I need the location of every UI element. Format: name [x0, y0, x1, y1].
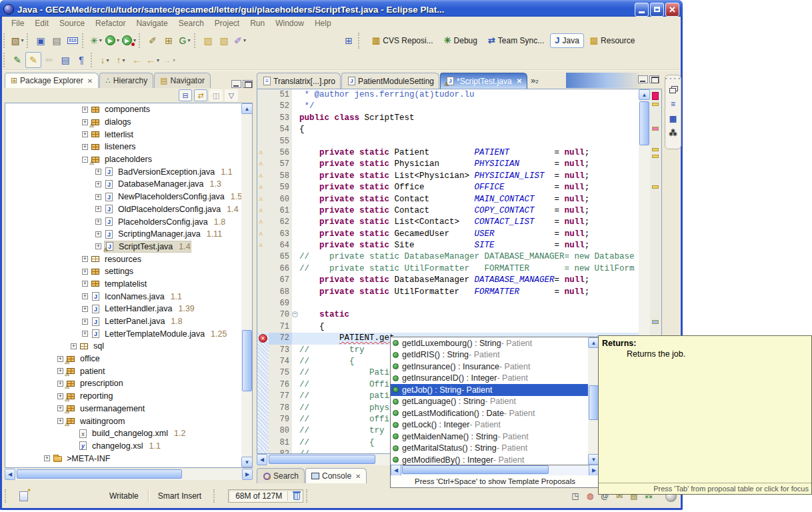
editor-tab-scripttest[interactable]: J⚠*ScriptTest.java✕	[440, 73, 527, 89]
expand-icon[interactable]: +	[95, 169, 101, 175]
tree-item-letterpanel-java[interactable]: +JLetterPanel.java1.8	[5, 315, 252, 328]
menu-window[interactable]: Window	[270, 17, 309, 29]
expand-icon[interactable]: +	[57, 356, 63, 362]
menu-search[interactable]: Search	[173, 17, 209, 29]
tree-item-lettertemplatemodule-java[interactable]: +JLetterTemplateModule.java1.25	[5, 327, 252, 340]
editor-tab-patientmodulesetting[interactable]: JPatientModuleSetting	[341, 73, 439, 89]
tree-item-oldplaceholdersconfig-java[interactable]: +JOldPlaceholdersConfig.java1.4	[5, 203, 252, 216]
expand-icon[interactable]: +	[82, 281, 88, 287]
maximize-button[interactable]	[650, 3, 664, 17]
tree-item-letterhandler-java[interactable]: +JLetterHandler.java1.39	[5, 303, 252, 315]
menu-refactor[interactable]: Refactor	[90, 17, 131, 29]
open-perspective-button[interactable]: ⊞	[341, 33, 357, 49]
open-resource-button[interactable]: ▧	[216, 33, 232, 49]
tree-item-build-changelog-xml[interactable]: xbuild_changelog.xml1.2	[5, 427, 252, 440]
menu-source[interactable]: Source	[54, 17, 90, 29]
back-button[interactable]: ←▾	[145, 52, 161, 68]
expand-icon[interactable]: +	[82, 306, 88, 312]
tree-item-placeholdersconfig-java[interactable]: +JPlaceholdersConfig.java1.8	[5, 215, 252, 228]
generate-button[interactable]: G▾	[177, 33, 193, 49]
expand-icon[interactable]: +	[57, 381, 63, 387]
expand-icon[interactable]: +	[82, 256, 88, 262]
warning-gutter-icon[interactable]: ⚠	[259, 195, 263, 203]
scroll-thumb[interactable]	[17, 469, 182, 479]
show-source-button[interactable]: ▤	[57, 52, 73, 68]
tree-item-databasemanager-java[interactable]: +JDatabaseManager.java1.3	[5, 178, 252, 191]
tree-item-components[interactable]: +components	[5, 103, 252, 116]
scroll-left-button[interactable]: ◀	[257, 454, 267, 465]
proposal-getMaritalStatus[interactable]: getMaritalStatus() : String - Patient	[391, 443, 599, 455]
warning-gutter-icon[interactable]: ⚠	[259, 218, 263, 226]
close-tab-icon[interactable]: ✕	[87, 77, 93, 85]
expand-icon[interactable]: +	[82, 107, 88, 113]
package-explorer-tree[interactable]: +components+⚠dialogs+letterlist+listener…	[5, 103, 253, 468]
view-filters-button[interactable]: ◫	[209, 89, 223, 101]
expand-icon[interactable]: +	[57, 418, 63, 424]
problem-badge-icon[interactable]: ◍	[584, 490, 596, 502]
tree-item-usermanagement[interactable]: +⚠usermanagement	[5, 403, 252, 415]
menu-run[interactable]: Run	[245, 17, 270, 29]
scroll-thumb[interactable]	[402, 465, 549, 474]
tab-package-explorer[interactable]: ⊞Package Explorer✕	[5, 73, 99, 88]
tree-item-resources[interactable]: +resources	[5, 253, 252, 265]
drag-handle[interactable]: ▪ ▪ ▪ ▪	[665, 77, 681, 81]
tree-item-reporting[interactable]: +⚠reporting	[5, 390, 252, 403]
menu-edit[interactable]: Edit	[29, 17, 54, 29]
more-tabs-chevron[interactable]: »2	[528, 75, 541, 85]
tree-item-listeners[interactable]: +listeners	[5, 141, 252, 153]
proposal-getLanguage[interactable]: getLanguage() : String - Patient	[391, 396, 599, 408]
minimize-button[interactable]	[635, 3, 649, 17]
warning-mark[interactable]	[652, 103, 659, 106]
scroll-left-button[interactable]: ◀	[5, 469, 15, 480]
tree-item-iconnames-java[interactable]: +JIconNames.java1.1	[5, 290, 252, 303]
minimize-view-button[interactable]	[638, 75, 648, 83]
scroll-up-button[interactable]: ▲	[639, 89, 650, 100]
maximize-view-button[interactable]	[243, 80, 253, 88]
tree-item-prescription[interactable]: +⚠prescription	[5, 377, 252, 390]
tree-item-scripttest-java[interactable]: +J⚠ScriptTest.java1.4	[5, 241, 252, 253]
warning-gutter-icon[interactable]: ⚠	[259, 241, 263, 249]
expand-icon[interactable]: +	[82, 144, 88, 150]
proposal-getIdRIS[interactable]: getIdRIS() : String - Patient	[391, 349, 599, 361]
link-with-editor-button[interactable]: ⇄	[194, 89, 207, 101]
run-button[interactable]: ▶▾	[104, 33, 121, 49]
debug-button[interactable]: ✳▾	[88, 33, 104, 49]
binary-console-button[interactable]: 010	[65, 33, 81, 49]
expand-icon[interactable]: +	[95, 206, 101, 212]
warning-gutter-icon[interactable]: ⚠	[259, 230, 263, 238]
fast-view-pin-icon[interactable]	[19, 491, 28, 501]
menu-project[interactable]: Project	[209, 17, 245, 29]
tree-item-waitingroom[interactable]: +⚠waitingroom	[5, 415, 252, 427]
open-type-button[interactable]: ▨	[200, 33, 216, 49]
restore-view-icon[interactable]	[667, 83, 679, 95]
tree-item-patient[interactable]: +⚠patient	[5, 365, 252, 377]
view-menu-button[interactable]: ▽	[225, 89, 238, 101]
next-annotation-button[interactable]: ↓▾	[97, 52, 113, 68]
expand-icon[interactable]: +	[57, 405, 63, 411]
search-toolbar-button[interactable]: ✐▾	[232, 33, 248, 49]
restore-tray-icon[interactable]: ◳	[569, 490, 581, 502]
perspective-cvs[interactable]: ▥CVS Reposi...	[367, 33, 438, 48]
new-package-button[interactable]: ⊞	[161, 33, 177, 49]
tab-navigator[interactable]: ▤Navigator	[154, 73, 211, 88]
save-button[interactable]: ▣	[33, 33, 49, 49]
tree-item-placeholders[interactable]: -⚠placeholders	[5, 153, 252, 166]
tree-item-office[interactable]: +⚠office	[5, 353, 252, 365]
templates-view-icon[interactable]: ▦	[667, 113, 679, 125]
expand-icon[interactable]: +	[82, 293, 88, 299]
proposal-getLastModification[interactable]: getLastModification() : Date - Patient	[391, 407, 599, 419]
perspective-resource[interactable]: ▨Resource	[585, 33, 640, 48]
tree-item-dialogs[interactable]: +⚠dialogs	[5, 116, 252, 129]
new-java-class-button[interactable]: ✐	[145, 33, 161, 49]
proposal-getLock[interactable]: getLock() : Integer - Patient	[391, 419, 599, 431]
title-bar[interactable]: Java - GECAMed/src/lu/tudor/santec/gecam…	[0, 0, 683, 19]
proposal-getInsurance[interactable]: getInsurance() : Insurance - Patient	[391, 361, 599, 373]
expand-icon[interactable]: +	[82, 269, 88, 275]
print-button[interactable]: ▤	[49, 33, 65, 49]
proposal-getModifiedBy[interactable]: getModifiedBy() : Integer - Patient	[391, 454, 599, 465]
minimize-view-button[interactable]	[231, 80, 241, 88]
scroll-thumb[interactable]	[589, 385, 599, 420]
expand-icon[interactable]: +	[95, 243, 101, 249]
proposal-getJob[interactable]: getJob() : String - Patient	[391, 384, 599, 396]
last-edit-location-button[interactable]: ←	[129, 52, 145, 68]
